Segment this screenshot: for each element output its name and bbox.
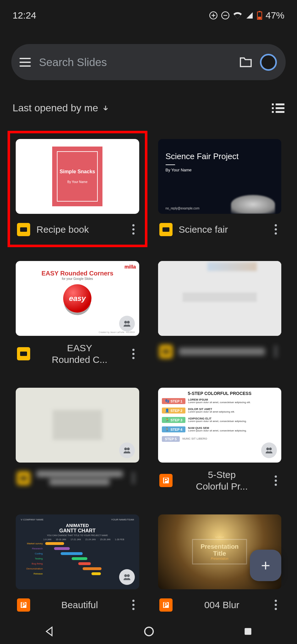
svg-point-8 — [127, 447, 130, 450]
more-icon[interactable] — [129, 473, 138, 483]
svg-point-12 — [127, 574, 130, 577]
slides-icon — [17, 347, 30, 360]
thumbnail: V COMPANY NAMEYOUR NAME/TEAM ANIMATED GA… — [16, 514, 139, 589]
search-input[interactable]: Search Slides — [39, 56, 232, 69]
more-icon[interactable] — [271, 600, 280, 610]
slides-icon — [159, 345, 173, 358]
file-title: 5-Step Colorful Pr... — [179, 469, 265, 492]
file-tile-obscured-1[interactable] — [158, 261, 282, 366]
file-title: 004 Blur — [179, 599, 265, 611]
home-button[interactable] — [143, 626, 155, 637]
svg-point-6 — [127, 321, 130, 324]
svg-point-10 — [269, 447, 272, 450]
account-avatar[interactable] — [260, 54, 277, 71]
file-tile-recipe-book[interactable]: Simple Snacks By Your Name Recipe book — [16, 139, 139, 239]
file-title — [36, 471, 123, 486]
clock: 12:24 — [13, 10, 36, 21]
battery-icon — [257, 11, 262, 20]
add-circle-icon — [209, 11, 218, 20]
shared-icon — [119, 442, 135, 458]
powerpoint-icon: P — [159, 474, 173, 487]
thumbnail: 5-STEP COLORFUL PROCESS 👣STEP 1LOREM IPS… — [158, 388, 282, 463]
file-title: Beautiful — [36, 599, 123, 611]
menu-icon[interactable] — [19, 56, 31, 69]
more-icon[interactable] — [129, 600, 138, 610]
sort-label: Last opened by me — [13, 102, 98, 114]
thumbnail — [158, 261, 282, 336]
more-icon[interactable] — [271, 224, 280, 235]
files-grid: Simple Snacks By Your Name Recipe book S… — [0, 114, 297, 614]
file-title: Science fair — [179, 224, 265, 236]
file-tile-beautiful[interactable]: V COMPANY NAMEYOUR NAME/TEAM ANIMATED GA… — [16, 514, 139, 614]
plus-icon: + — [261, 556, 270, 575]
more-icon[interactable] — [271, 475, 280, 486]
thumbnail: Science Fair Project By Your Name no_rep… — [158, 139, 282, 214]
more-icon[interactable] — [129, 224, 138, 235]
slides-icon — [159, 223, 173, 236]
sort-row: Last opened by me — [13, 102, 284, 114]
system-nav-bar — [0, 619, 297, 644]
recents-button[interactable] — [243, 626, 253, 636]
more-icon[interactable] — [129, 349, 138, 359]
shared-icon — [261, 442, 277, 458]
svg-point-7 — [124, 447, 127, 450]
new-file-fab[interactable]: + — [250, 550, 281, 581]
folder-icon[interactable] — [239, 57, 252, 68]
svg-point-11 — [124, 574, 127, 577]
svg-point-13 — [145, 627, 153, 636]
svg-rect-4 — [258, 17, 261, 19]
slides-icon — [17, 472, 30, 485]
sort-button[interactable]: Last opened by me — [13, 102, 109, 114]
powerpoint-icon: P — [159, 598, 173, 612]
svg-rect-14 — [245, 628, 251, 635]
list-view-icon[interactable] — [272, 103, 284, 113]
more-icon[interactable] — [271, 346, 280, 357]
back-button[interactable] — [44, 626, 55, 637]
file-tile-science-fair[interactable]: Science Fair Project By Your Name no_rep… — [158, 139, 282, 239]
arrow-down-icon — [102, 104, 109, 112]
file-title: Recipe book — [36, 224, 123, 236]
shared-icon — [119, 316, 135, 331]
slides-icon — [17, 223, 30, 236]
file-tile-easy-rounded[interactable]: milla EASY Rounded Corners for your Goog… — [16, 261, 139, 366]
battery-percent: 47% — [266, 10, 284, 21]
svg-point-5 — [124, 321, 127, 324]
thumbnail: Simple Snacks By Your Name — [16, 139, 139, 214]
dnd-icon — [221, 11, 230, 20]
shared-icon — [119, 569, 135, 585]
file-title: EASY Rounded C... — [36, 342, 123, 366]
thumbnail — [16, 388, 139, 463]
file-tile-5-step[interactable]: 5-STEP COLORFUL PROCESS 👣STEP 1LOREM IPS… — [158, 388, 282, 492]
file-tile-obscured-2[interactable] — [16, 388, 139, 492]
wifi-icon — [233, 12, 242, 19]
signal-icon — [245, 12, 254, 19]
powerpoint-icon: P — [17, 598, 30, 612]
svg-point-9 — [266, 447, 269, 450]
thumbnail: milla EASY Rounded Corners for your Goog… — [16, 261, 139, 336]
status-bar: 12:24 47% — [0, 0, 297, 25]
file-title — [179, 348, 265, 355]
search-bar[interactable]: Search Slides — [11, 44, 286, 80]
